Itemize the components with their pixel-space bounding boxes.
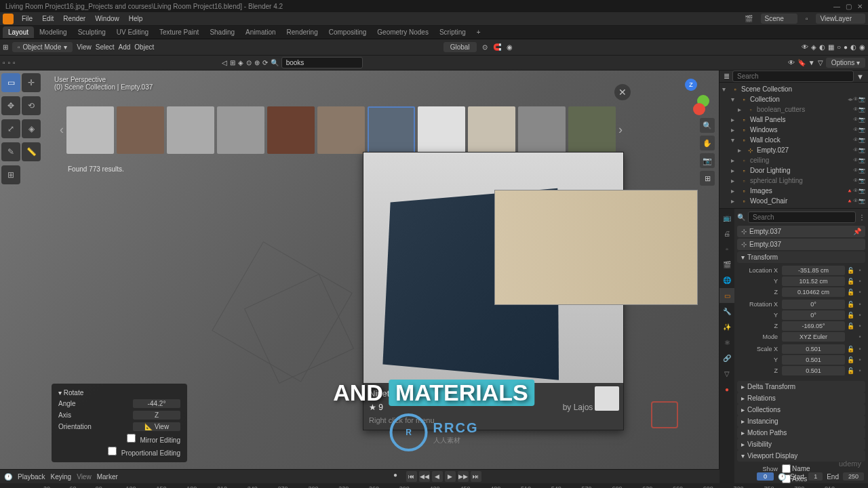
next-key-button[interactable]: ▶▶ bbox=[458, 471, 469, 482]
shading-rendered-icon[interactable]: ◉ bbox=[859, 43, 865, 51]
tab-animation[interactable]: Animation bbox=[240, 26, 281, 38]
asset-thumbnail[interactable] bbox=[518, 106, 566, 154]
timeline-ruler[interactable]: 30 60 90 120 150 180 210 240 270 300 330… bbox=[0, 483, 868, 488]
tab-modifiers[interactable]: 🔧 bbox=[719, 304, 734, 319]
add-tool[interactable]: ⊞ bbox=[1, 165, 20, 184]
asset-lib-icon[interactable]: ⊞ bbox=[230, 59, 235, 66]
select-mode-icon[interactable]: ▫ bbox=[3, 59, 5, 66]
overlay-toggle-icon[interactable]: ◐ bbox=[819, 43, 825, 51]
properties-breadcrumb[interactable]: ⊹ Empty.037 📌 bbox=[737, 226, 865, 237]
current-frame[interactable]: 0 bbox=[757, 472, 774, 481]
axis-value[interactable]: Z bbox=[133, 411, 180, 420]
play-reverse-button[interactable]: ◀ bbox=[432, 471, 443, 482]
rotation-y[interactable]: 0° bbox=[782, 310, 845, 320]
menu-render[interactable]: Render bbox=[59, 14, 90, 24]
scale-tool[interactable]: ⤢ bbox=[1, 119, 20, 138]
object-name-field[interactable]: ⊹ Empty.037 bbox=[737, 239, 865, 250]
menu-edit[interactable]: Edit bbox=[38, 14, 58, 24]
asset-prev-button[interactable]: ‹ bbox=[60, 106, 64, 154]
options-button[interactable]: Options ▾ bbox=[826, 58, 865, 68]
asset-thumbnail[interactable] bbox=[568, 106, 616, 154]
scale-z[interactable]: 0.501 bbox=[782, 366, 845, 375]
rotation-z[interactable]: -169.05° bbox=[782, 321, 845, 331]
tab-rendering[interactable]: Rendering bbox=[281, 26, 323, 38]
section-header[interactable]: ▸ Relations bbox=[737, 392, 865, 404]
options-icon[interactable]: ⋮ bbox=[859, 214, 865, 221]
menu-view[interactable]: View bbox=[77, 43, 92, 51]
asset-next-button[interactable]: › bbox=[618, 106, 623, 154]
jump-start-button[interactable]: ⏮ bbox=[406, 471, 417, 482]
tab-constraints[interactable]: 🔗 bbox=[719, 350, 734, 365]
camera-icon[interactable]: 📷 bbox=[700, 153, 715, 168]
transform-manipulator[interactable] bbox=[651, 401, 678, 428]
proportional-icon[interactable]: ◉ bbox=[507, 43, 513, 51]
asset-icon3[interactable]: ⟳ bbox=[262, 59, 268, 66]
clock-icon[interactable]: 🕐 bbox=[778, 473, 786, 481]
operator-title[interactable]: ▾ Rotate bbox=[56, 388, 183, 398]
viewlayer-selector[interactable]: ViewLayer bbox=[816, 14, 865, 24]
tab-geonodes[interactable]: Geometry Nodes bbox=[372, 26, 434, 38]
filter-eye-icon[interactable]: 👁 bbox=[788, 59, 795, 66]
move-tool[interactable]: ✥ bbox=[1, 96, 20, 115]
scale-y[interactable]: 0.501 bbox=[782, 355, 845, 365]
asset-icon1[interactable]: ⊙ bbox=[246, 59, 252, 66]
asset-thumbnail[interactable] bbox=[267, 106, 315, 154]
pivot-icon[interactable]: ⊙ bbox=[482, 43, 488, 51]
minimize-icon[interactable]: — bbox=[833, 3, 840, 10]
proportional-editing-checkbox[interactable] bbox=[108, 447, 117, 455]
tab-modeling[interactable]: Modeling bbox=[34, 26, 73, 38]
angle-value[interactable]: -44.2° bbox=[133, 399, 180, 408]
outliner-tree[interactable]: ▾▫Scene Collection ▾▫Collection◂▸👁📷 ▸▫bo… bbox=[719, 83, 868, 208]
editor-type-icon[interactable]: ⊞ bbox=[3, 43, 8, 51]
tab-compositing[interactable]: Compositing bbox=[323, 26, 372, 38]
shading-material-icon[interactable]: ◐ bbox=[850, 43, 856, 51]
tab-layout[interactable]: Layout bbox=[3, 26, 34, 38]
snap-icon[interactable]: 🧲 bbox=[493, 43, 501, 51]
asset-thumbnail[interactable] bbox=[368, 106, 415, 154]
filter-funnel-icon[interactable]: ▽ bbox=[818, 59, 823, 66]
operator-redo-panel[interactable]: ▾ Rotate Angle-44.2° AxisZ Orientation📐 … bbox=[52, 384, 187, 462]
xray-icon[interactable]: ▦ bbox=[828, 43, 834, 51]
tab-uvediting[interactable]: UV Editing bbox=[111, 26, 154, 38]
filter-icon[interactable]: ▼ bbox=[808, 59, 815, 66]
gizmo-toggle-icon[interactable]: ◈ bbox=[811, 43, 816, 51]
select-mode-icon2[interactable]: ▫ bbox=[8, 59, 11, 66]
tab-scene[interactable]: 🎬 bbox=[719, 257, 734, 272]
lock-icon[interactable]: 🔓 bbox=[846, 323, 854, 329]
location-y[interactable]: 101.52 cm bbox=[782, 277, 845, 286]
timeline-menu-playback[interactable]: Playback bbox=[18, 473, 45, 481]
lock-icon[interactable]: 🔓 bbox=[846, 312, 854, 319]
shading-solid-icon[interactable]: ● bbox=[844, 43, 848, 51]
asset-thumbnail[interactable] bbox=[117, 106, 164, 154]
menu-window[interactable]: Window bbox=[91, 14, 123, 24]
lock-icon[interactable]: 🔓 bbox=[846, 301, 854, 308]
menu-add[interactable]: Add bbox=[119, 43, 131, 51]
orientation-selector[interactable]: Global bbox=[443, 42, 477, 52]
shading-wire-icon[interactable]: ○ bbox=[837, 43, 841, 51]
menu-help[interactable]: Help bbox=[125, 14, 147, 24]
asset-icon2[interactable]: ⊕ bbox=[254, 59, 260, 66]
prev-key-button[interactable]: ◀◀ bbox=[419, 471, 430, 482]
editor-type-icon[interactable]: 🕐 bbox=[4, 473, 12, 481]
close-icon[interactable]: ✕ bbox=[614, 84, 631, 100]
maximize-icon[interactable]: ▢ bbox=[846, 3, 852, 10]
section-header[interactable]: ▸ Instancing bbox=[737, 415, 865, 427]
section-header[interactable]: ▸ Collections bbox=[737, 404, 865, 415]
location-z[interactable]: 0.10462 cm bbox=[782, 287, 845, 297]
scale-x[interactable]: 0.501 bbox=[782, 344, 845, 354]
tab-viewlayer[interactable]: ▫ bbox=[719, 241, 734, 256]
start-frame[interactable]: 1 bbox=[808, 472, 823, 481]
asset-search-input[interactable] bbox=[281, 57, 363, 68]
timeline-menu-marker[interactable]: Marker bbox=[97, 473, 118, 481]
rotation-mode[interactable]: XYZ Euler bbox=[782, 332, 845, 342]
tab-material[interactable]: ● bbox=[719, 382, 734, 396]
autokey-icon[interactable]: ● bbox=[393, 471, 397, 482]
tab-data[interactable]: ▽ bbox=[719, 366, 734, 381]
asset-cat-icon[interactable]: ◈ bbox=[238, 59, 243, 66]
asset-thumbnail[interactable] bbox=[167, 106, 214, 154]
tab-scripting[interactable]: Scripting bbox=[434, 26, 471, 38]
section-header[interactable]: ▸ Delta Transform bbox=[737, 381, 865, 392]
tab-world[interactable]: 🌐 bbox=[719, 272, 734, 287]
tab-add[interactable]: + bbox=[471, 26, 486, 38]
menu-file[interactable]: File bbox=[18, 14, 37, 24]
